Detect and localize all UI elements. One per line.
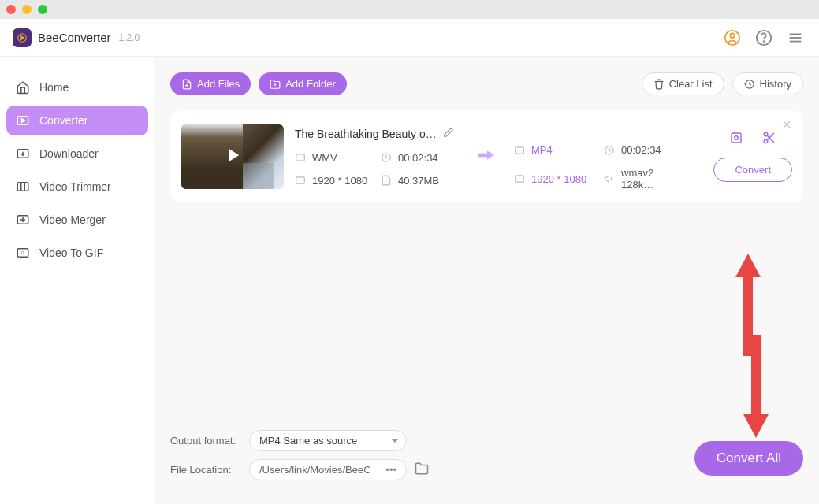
source-info: The Breathtaking Beauty of N… WMV 00:02:… [295,127,460,187]
transfer-arrow-icon [476,144,498,169]
maximize-window-button[interactable] [38,5,47,14]
sidebar-item-label: Video To GIF [39,246,103,259]
scissors-icon[interactable] [762,131,776,148]
sidebar-item-label: Video Merger [39,213,106,226]
menu-icon[interactable] [784,27,806,49]
sidebar-item-label: Video Trimmer [39,180,111,193]
folder-plus-icon [270,79,281,90]
titlebar [0,0,819,19]
svg-rect-21 [296,177,305,183]
svg-marker-1 [21,35,24,39]
annotation-arrow [740,335,772,441]
clear-list-button[interactable]: Clear List [642,72,724,95]
play-icon [222,144,244,169]
source-format: WMV [295,152,374,164]
file-plus-icon [181,79,192,90]
close-window-button[interactable] [6,5,16,14]
add-folder-button[interactable]: Add Folder [259,72,347,95]
svg-point-5 [764,41,765,42]
minimize-window-button[interactable] [22,5,32,14]
file-location-label: File Location: [170,464,249,476]
target-info: MP4 00:02:34 1920 * 1080 wmav2 128k… [514,122,687,191]
sidebar-item-converter[interactable]: Converter [6,106,148,135]
settings-icon[interactable] [729,131,743,148]
home-icon [16,80,30,94]
trimmer-icon [16,180,30,194]
svg-marker-33 [735,254,761,277]
sidebar: Home Converter Downloader Video Trimmer … [0,57,154,504]
source-duration: 00:02:34 [381,152,460,164]
app-name: BeeConverter [38,31,111,44]
svg-point-3 [730,33,735,38]
sidebar-item-label: Converter [39,114,87,127]
sidebar-item-label: Downloader [39,147,99,160]
svg-rect-24 [516,176,524,182]
sidebar-item-gif[interactable]: G Video To GIF [6,238,148,268]
svg-rect-25 [732,133,741,143]
merger-icon [16,213,30,227]
svg-point-26 [735,136,739,140]
svg-marker-18 [229,148,239,161]
file-card: The Breathtaking Beauty of N… WMV 00:02:… [170,111,803,202]
main-content: Add Files Add Folder Clear List History [154,57,819,504]
resolution-icon [295,175,306,186]
target-audio: wmav2 128k… [604,167,687,191]
help-icon[interactable] [753,27,775,49]
source-size: 40.37MB [381,175,460,187]
svg-point-28 [764,139,768,143]
convert-all-button[interactable]: Convert All [694,441,803,476]
video-icon [514,145,525,156]
remove-file-icon[interactable] [781,119,792,133]
sidebar-item-trimmer[interactable]: Video Trimmer [6,172,148,202]
download-icon [16,146,30,161]
more-icon[interactable]: ••• [385,464,396,476]
header: BeeConverter 1.2.0 [0,19,819,57]
audio-icon [604,173,615,184]
history-icon [744,79,755,90]
svg-marker-10 [22,119,25,123]
svg-rect-22 [516,146,524,153]
add-files-button[interactable]: Add Files [170,72,251,95]
edit-title-icon[interactable] [443,127,454,141]
svg-rect-12 [17,183,28,191]
resolution-icon [514,173,525,184]
target-format[interactable]: MP4 [514,144,597,156]
converter-icon [16,113,30,128]
file-icon [381,175,392,186]
output-format-label: Output format: [170,435,249,447]
app-version: 1.2.0 [119,32,140,43]
video-icon [295,152,306,163]
video-thumbnail[interactable] [181,124,284,189]
toolbar: Add Files Add Folder Clear List History [170,72,803,95]
sidebar-item-downloader[interactable]: Downloader [6,139,148,169]
svg-rect-19 [296,154,305,161]
target-duration: 00:02:34 [604,144,687,156]
gif-icon: G [16,246,30,260]
source-resolution: 1920 * 1080 [295,175,374,187]
file-location-input[interactable]: /Users/link/Movies/BeeC ••• [249,459,407,480]
sidebar-item-home[interactable]: Home [6,72,148,102]
app-logo [13,28,32,47]
sidebar-item-label: Home [39,81,69,94]
clock-icon [604,145,615,156]
svg-text:G: G [21,250,24,255]
target-resolution[interactable]: 1920 * 1080 [514,167,597,191]
output-format-select[interactable]: MP4 Same as source [249,430,407,451]
convert-button[interactable]: Convert [713,158,792,182]
trash-icon [653,79,665,90]
open-folder-icon[interactable] [415,461,429,478]
history-button[interactable]: History [732,72,803,95]
account-icon[interactable] [721,27,743,49]
clock-icon [381,152,392,163]
file-title: The Breathtaking Beauty of N… [295,128,437,140]
annotation-arrow [732,254,764,359]
svg-point-27 [764,132,768,136]
sidebar-item-merger[interactable]: Video Merger [6,205,148,235]
